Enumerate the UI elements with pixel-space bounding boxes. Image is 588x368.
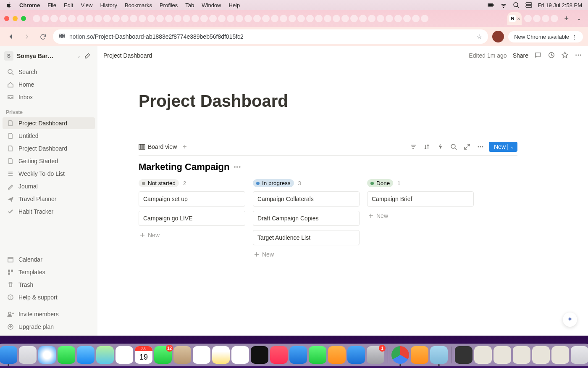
sidebar-page[interactable]: Project Dashboard [3, 143, 95, 154]
add-card-button[interactable]: New [253, 249, 360, 259]
menubar-item[interactable]: Tab [185, 2, 194, 8]
board-card[interactable]: Draft Campaign Copies [253, 211, 360, 226]
sidebar-page[interactable]: Getting Started [3, 155, 95, 167]
dock-calendar-icon[interactable]: JUL19 [135, 346, 152, 364]
sidebar-search[interactable]: Search [3, 66, 95, 78]
dock-minimized-window[interactable] [513, 346, 530, 364]
dock-music-icon[interactable] [270, 346, 288, 364]
menubar-item[interactable]: History [100, 2, 117, 8]
workspace-switcher[interactable]: S Somya Bar… ⌄ [0, 46, 97, 66]
board-card[interactable]: Campaign set up [139, 191, 245, 207]
dock-appstore-icon[interactable] [347, 346, 365, 364]
column-header[interactable]: Not started2 [139, 179, 245, 187]
view-tab-board[interactable]: Board view [139, 143, 177, 150]
dock-minimized-window[interactable] [551, 346, 569, 364]
more-horiz-icon[interactable] [575, 51, 582, 60]
dock-minimized-window[interactable] [532, 346, 550, 364]
sidebar-page[interactable]: Travel Planner [3, 193, 95, 205]
add-view-button[interactable]: + [180, 143, 189, 151]
sidebar-templates[interactable]: Templates [3, 266, 95, 278]
control-center-icon[interactable] [525, 2, 532, 8]
dock-preview-icon[interactable] [430, 346, 448, 364]
active-tab[interactable]: N × [507, 12, 522, 25]
sidebar-inbox[interactable]: Inbox [3, 91, 95, 103]
dock-tv-icon[interactable] [251, 346, 268, 364]
share-button[interactable]: Share [513, 52, 528, 59]
dock-minimized-window[interactable] [494, 346, 511, 364]
window-controls[interactable] [4, 16, 26, 21]
back-button[interactable] [5, 31, 17, 42]
dock-chrome-icon[interactable] [391, 346, 409, 364]
new-tab-button[interactable]: + [561, 14, 572, 23]
board-card[interactable]: Campaign Collaterals [253, 191, 360, 207]
dock-reminders-icon[interactable] [193, 346, 210, 364]
profile-avatar[interactable] [492, 31, 504, 42]
menubar-item[interactable]: File [47, 2, 56, 8]
sidebar-page[interactable]: Project Dashboard [3, 117, 95, 129]
board-card[interactable]: Campaign Brief [367, 191, 474, 207]
dock-photos-icon[interactable] [116, 346, 133, 364]
sidebar-page[interactable]: Habit Tracker [3, 206, 95, 217]
database-menu-icon[interactable]: ••• [234, 164, 241, 170]
menubar-item[interactable]: Bookmarks [125, 2, 152, 8]
expand-icon[interactable] [462, 143, 472, 150]
sidebar-trash[interactable]: Trash [3, 279, 95, 291]
address-bar[interactable]: notion.so/Project-Dashboard-ab1883e2f877… [53, 29, 488, 44]
filter-icon[interactable] [408, 143, 418, 150]
add-card-button[interactable]: New [367, 211, 474, 221]
status-pill[interactable]: In progress [253, 179, 294, 187]
database-title[interactable]: Marketing Campaign [139, 161, 229, 172]
sidebar-calendar[interactable]: Calendar [3, 254, 95, 265]
sidebar-invite[interactable]: Invite members [3, 308, 95, 320]
dock-settings-icon[interactable]: 1 [367, 346, 384, 364]
macos-dock[interactable]: JUL19 12 1 [0, 344, 588, 366]
column-header[interactable]: Done1 [367, 179, 474, 187]
sort-icon[interactable] [422, 143, 432, 150]
compose-icon[interactable] [84, 52, 93, 61]
page-title[interactable]: Project Dashboard [139, 92, 517, 111]
site-info-icon[interactable] [59, 33, 65, 40]
menubar-app-name[interactable]: Chrome [19, 2, 40, 8]
dock-launchpad-icon[interactable] [19, 346, 37, 364]
ai-assistant-fab[interactable] [563, 312, 577, 327]
dock-pages-icon[interactable] [328, 346, 346, 364]
dock-facetime-icon[interactable]: 12 [154, 346, 172, 364]
dock-freeform-icon[interactable] [231, 346, 249, 364]
column-header[interactable]: In progress3 [253, 179, 360, 187]
breadcrumb[interactable]: Project Dashboard [103, 52, 152, 59]
chevron-down-icon[interactable]: ⌄ [507, 144, 514, 150]
dock-contacts-icon[interactable] [173, 346, 191, 364]
dock-finder-icon[interactable] [0, 346, 17, 364]
dock-numbers-icon[interactable] [309, 346, 326, 364]
chrome-update-pill[interactable]: New Chrome available ⋮ [508, 31, 583, 42]
dock-trash-icon[interactable] [571, 346, 588, 364]
dock-keynote-icon[interactable] [289, 346, 307, 364]
tab-overflow-button[interactable]: ⌄ [575, 15, 584, 22]
more-db-icon[interactable] [475, 143, 486, 150]
dock-mail-icon[interactable] [77, 346, 94, 364]
menubar-item[interactable]: Edit [64, 2, 73, 8]
status-pill[interactable]: Not started [139, 179, 179, 187]
reload-button[interactable] [37, 31, 49, 42]
status-pill[interactable]: Done [367, 179, 393, 187]
board-card[interactable]: Campaign go LIVE [139, 211, 245, 226]
battery-icon[interactable] [488, 2, 494, 8]
minimize-window-button[interactable] [13, 16, 18, 21]
dock-books-icon[interactable] [411, 346, 428, 364]
board-card[interactable]: Target Audience List [253, 230, 360, 245]
close-tab-icon[interactable]: × [517, 16, 520, 22]
sidebar-help[interactable]: ?Help & support [3, 291, 95, 303]
dock-minimized-window[interactable] [455, 346, 472, 364]
wifi-icon[interactable] [500, 2, 507, 8]
apple-logo-icon[interactable] [6, 2, 12, 8]
dock-maps-icon[interactable] [96, 346, 114, 364]
dock-minimized-window[interactable] [474, 346, 492, 364]
menubar-item[interactable]: Profiles [160, 2, 178, 8]
automations-icon[interactable] [435, 143, 445, 150]
background-tabs[interactable] [33, 15, 505, 22]
updates-icon[interactable] [548, 51, 555, 60]
add-card-button[interactable]: New [139, 230, 245, 240]
spotlight-icon[interactable] [513, 2, 520, 8]
menubar-datetime[interactable]: Fri 19 Jul 2:58 PM [538, 2, 583, 8]
dock-notes-icon[interactable] [212, 346, 230, 364]
